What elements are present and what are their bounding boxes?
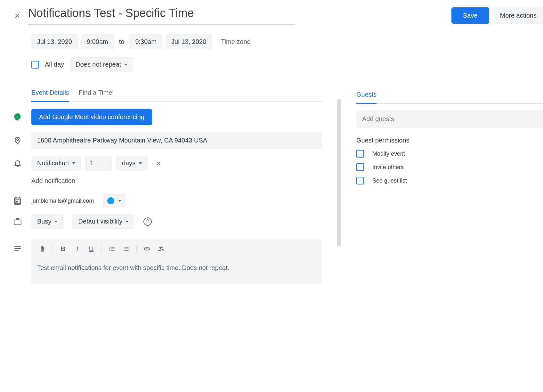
tab-event-details[interactable]: Event Details — [31, 86, 69, 102]
link-icon[interactable] — [141, 243, 153, 255]
see-guest-list-checkbox[interactable] — [356, 177, 364, 184]
end-time-picker[interactable]: 9:30am — [129, 34, 162, 49]
chevron-down-icon — [126, 221, 129, 223]
start-time-picker[interactable]: 9:00am — [81, 34, 114, 49]
notification-value-input[interactable] — [85, 156, 112, 171]
chevron-down-icon — [118, 200, 121, 202]
clear-format-icon[interactable] — [155, 243, 167, 255]
description-editor[interactable]: Test email notifications for event with … — [31, 259, 322, 284]
bullet-list-icon[interactable] — [120, 243, 132, 255]
guest-permissions-heading: Guest permissions — [356, 137, 543, 144]
chevron-down-icon — [139, 162, 142, 164]
notification-unit-dropdown[interactable]: days — [116, 156, 148, 171]
chevron-down-icon — [72, 162, 75, 164]
all-day-checkbox[interactable] — [31, 61, 39, 69]
chevron-down-icon — [124, 64, 127, 66]
briefcase-icon — [13, 217, 22, 226]
repeat-dropdown[interactable]: Does not repeat — [70, 57, 133, 72]
visibility-dropdown[interactable]: Default visibility — [72, 214, 134, 229]
help-icon[interactable]: ? — [143, 217, 152, 226]
start-date-picker[interactable]: Jul 13, 2020 — [31, 34, 78, 49]
bell-icon — [13, 159, 22, 167]
to-label: to — [117, 38, 126, 45]
visibility-label: Default visibility — [78, 218, 122, 225]
add-guests-input[interactable] — [356, 110, 543, 128]
editor-toolbar: B I U — [31, 239, 322, 259]
tab-guests[interactable]: Guests — [356, 88, 377, 104]
invite-others-label: Invite others — [372, 164, 404, 171]
calendar-email: jumblemails@gmail.com — [31, 198, 94, 204]
scrollbar[interactable] — [337, 86, 341, 291]
end-date-picker[interactable]: Jul 13, 2020 — [166, 34, 212, 49]
invite-others-checkbox[interactable] — [356, 163, 364, 171]
location-icon — [13, 136, 22, 145]
busy-dropdown[interactable]: Busy — [31, 214, 63, 229]
svg-point-0 — [17, 139, 18, 140]
notification-type-dropdown[interactable]: Notification — [31, 156, 81, 171]
color-swatch — [107, 197, 114, 204]
repeat-label: Does not repeat — [76, 61, 121, 68]
remove-notification-button[interactable] — [151, 158, 166, 168]
see-guest-list-label: See guest list — [372, 177, 407, 184]
location-input[interactable] — [31, 132, 322, 149]
event-title-input[interactable] — [28, 6, 296, 25]
save-button[interactable]: Save — [451, 7, 489, 24]
calendar-color-dropdown[interactable] — [103, 194, 126, 208]
description-icon — [13, 239, 22, 253]
hangouts-icon — [13, 113, 22, 122]
bold-icon[interactable]: B — [57, 243, 69, 255]
modify-event-label: Modify event — [372, 151, 405, 157]
underline-icon[interactable]: U — [85, 243, 97, 255]
add-notification-button[interactable]: Add notification — [31, 177, 75, 184]
attach-icon[interactable] — [36, 243, 48, 255]
numbered-list-icon[interactable] — [106, 243, 118, 255]
calendar-icon — [13, 197, 22, 205]
chevron-down-icon — [54, 221, 58, 223]
more-actions-button[interactable]: More actions — [494, 7, 543, 24]
busy-label: Busy — [37, 218, 51, 225]
add-meet-button[interactable]: Add Google Meet video conferencing — [31, 109, 152, 125]
all-day-label: All day — [45, 61, 64, 68]
notification-unit-label: days — [122, 159, 135, 167]
svg-rect-1 — [16, 201, 18, 202]
tab-find-a-time[interactable]: Find a Time — [79, 86, 112, 102]
modify-event-checkbox[interactable] — [356, 150, 364, 158]
italic-icon[interactable]: I — [71, 243, 83, 255]
notification-type-label: Notification — [37, 159, 69, 167]
close-icon[interactable] — [13, 11, 22, 20]
timezone-button[interactable]: Time zone — [215, 34, 256, 49]
